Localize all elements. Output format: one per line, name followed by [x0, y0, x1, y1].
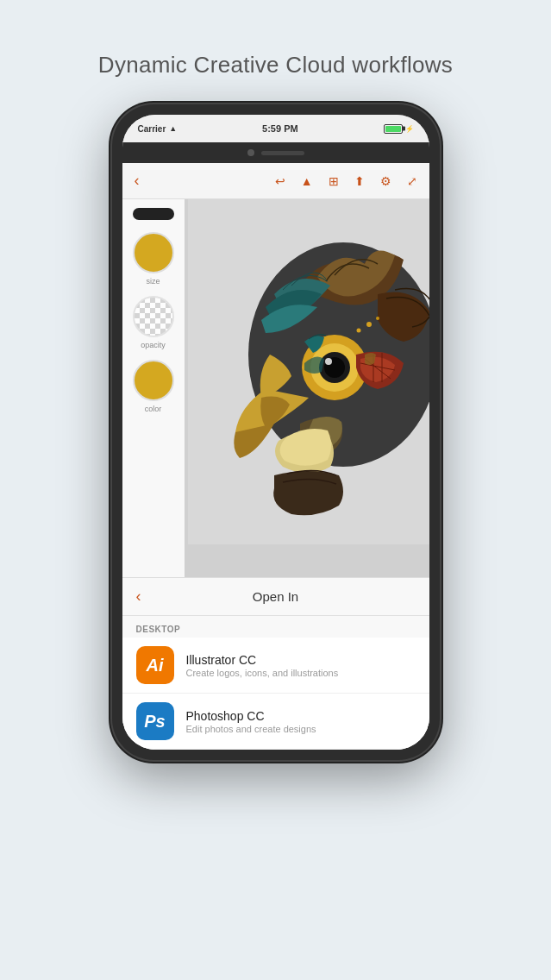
photoshop-desc: Edit photos and create designs: [186, 724, 316, 734]
open-in-panel: ‹ Open In DESKTOP Ai Illustrator CC Crea…: [122, 577, 429, 750]
photoshop-info: Photoshop CC Edit photos and create desi…: [186, 709, 316, 734]
color-label: color: [145, 405, 162, 413]
camera-bar: [122, 142, 429, 163]
battery-fill: [385, 126, 401, 132]
size-swatch[interactable]: [133, 232, 174, 273]
phone-mockup: Carrier ▲ 5:59 PM ⚡ ‹ ↩ ▲ ⊞ ⬆ ⚙ ⤢: [112, 104, 440, 760]
eagle-illustration: [188, 199, 429, 544]
photoshop-app-item[interactable]: Ps Photoshop CC Edit photos and create d…: [122, 694, 429, 750]
illustrator-desc: Create logos, icons, and illustrations: [186, 668, 339, 678]
wifi-icon: ▲: [169, 124, 177, 133]
illustrator-info: Illustrator CC Create logos, icons, and …: [186, 653, 339, 678]
charging-icon: ⚡: [405, 125, 414, 133]
opacity-swatch[interactable]: [133, 296, 174, 337]
svg-point-12: [376, 317, 379, 320]
illustrator-name: Illustrator CC: [186, 653, 339, 667]
left-sidebar: size opacity color: [122, 199, 185, 577]
layers-icon[interactable]: ⊞: [329, 174, 339, 188]
open-in-back-button[interactable]: ‹: [136, 587, 141, 606]
undo-icon[interactable]: ↩: [275, 174, 285, 188]
illustrator-icon: Ai: [136, 646, 174, 684]
brush-size-preview: [133, 208, 174, 220]
svg-point-6: [325, 358, 332, 365]
open-in-header: ‹ Open In: [122, 578, 429, 616]
phone-screen: Carrier ▲ 5:59 PM ⚡ ‹ ↩ ▲ ⊞ ⬆ ⚙ ⤢: [122, 115, 429, 750]
speaker-slot: [261, 151, 304, 155]
share-icon[interactable]: ⬆: [354, 174, 365, 188]
battery-indicator: ⚡: [384, 124, 414, 134]
expand-icon[interactable]: ⤢: [407, 174, 417, 188]
shape-icon[interactable]: ▲: [301, 174, 313, 188]
desktop-section-label: DESKTOP: [122, 616, 429, 638]
photoshop-icon: Ps: [136, 702, 174, 740]
camera-dot: [247, 149, 254, 156]
size-label: size: [146, 277, 160, 286]
battery-box: [384, 124, 403, 134]
color-swatch[interactable]: [133, 360, 174, 401]
svg-point-11: [366, 322, 372, 327]
app-canvas: size opacity color: [122, 199, 429, 577]
svg-point-13: [356, 329, 360, 333]
opacity-label: opacity: [141, 341, 166, 349]
time-display: 5:59 PM: [262, 123, 298, 134]
carrier-text: Carrier ▲: [138, 124, 178, 134]
photoshop-name: Photoshop CC: [186, 709, 316, 723]
settings-icon[interactable]: ⚙: [380, 174, 391, 188]
status-bar: Carrier ▲ 5:59 PM ⚡: [122, 115, 429, 142]
illustrator-app-item[interactable]: Ai Illustrator CC Create logos, icons, a…: [122, 638, 429, 694]
back-button[interactable]: ‹: [135, 172, 140, 190]
page-title: Dynamic Creative Cloud workflows: [98, 52, 453, 79]
app-toolbar: ‹ ↩ ▲ ⊞ ⬆ ⚙ ⤢: [122, 163, 429, 199]
open-in-title: Open In: [253, 589, 298, 604]
